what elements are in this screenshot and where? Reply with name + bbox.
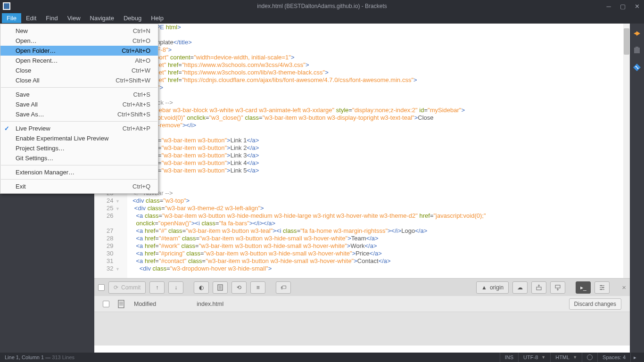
git-terminal-button[interactable]: ▸_ [576, 281, 591, 294]
close-button[interactable]: ✕ [630, 0, 644, 12]
menu-item-save-as[interactable]: Save As…Ctrl+Shift+S [0, 109, 158, 119]
menu-item-open-recent[interactable]: Open Recent…Alt+O [0, 56, 158, 66]
menu-bar: FileEditFindViewNavigateDebugHelp [0, 12, 644, 24]
menu-navigate[interactable]: Navigate [85, 13, 119, 23]
menu-item-save-all[interactable]: Save AllCtrl+Alt+S [0, 99, 158, 109]
menu-item-project-settings[interactable]: Project Settings… [0, 143, 158, 153]
menu-item-exit[interactable]: ExitCtrl+Q [0, 181, 158, 191]
menu-item-enable-experimental-live-preview[interactable]: Enable Experimental Live Preview [0, 133, 158, 143]
git-refresh-button[interactable]: ⟲ [231, 281, 247, 294]
git-push-up-button[interactable]: ↑ [149, 281, 165, 294]
git-lower-panel [94, 312, 630, 346]
svg-rect-12 [118, 300, 124, 308]
svg-point-9 [601, 285, 602, 286]
encoding-select[interactable]: UTF-8▼ [518, 353, 550, 362]
git-file-history-button[interactable] [213, 281, 228, 294]
git-branch-button[interactable]: ▲ origin [476, 281, 509, 294]
extension-manager-icon[interactable] [633, 46, 641, 55]
svg-rect-16 [634, 48, 640, 53]
menu-item-open-folder[interactable]: Open Folder…Ctrl+Alt+O [0, 46, 158, 56]
title-bar: index.html (BESTDaltonAdams.github.io) -… [0, 0, 644, 12]
indent-setting[interactable]: Spaces: 4 [597, 353, 630, 362]
git-stage-all-checkbox[interactable] [98, 284, 105, 291]
maximize-button[interactable]: ▢ [616, 0, 630, 12]
svg-rect-17 [636, 47, 638, 48]
file-menu-dropdown: NewCtrl+NOpen…Ctrl+OOpen Folder…Ctrl+Alt… [0, 24, 158, 194]
menu-item-close[interactable]: CloseCtrl+W [0, 66, 158, 75]
app-logo-icon [3, 2, 10, 10]
commit-button[interactable]: ⟳ Commit [108, 281, 146, 294]
menu-item-new[interactable]: NewCtrl+N [0, 26, 158, 36]
menu-item-close-all[interactable]: Close AllCtrl+Shift+W [0, 75, 158, 85]
menu-edit[interactable]: Edit [21, 13, 41, 23]
menu-debug[interactable]: Debug [119, 13, 146, 23]
file-icon [118, 300, 125, 308]
discard-changes-button[interactable]: Discard changes [569, 298, 621, 310]
git-remote-pull-button[interactable] [550, 281, 565, 294]
menu-separator [1, 179, 157, 180]
git-file-checkbox[interactable] [103, 301, 109, 307]
git-icon[interactable] [633, 63, 641, 72]
minimize-button[interactable]: ─ [602, 0, 616, 12]
menu-separator [1, 87, 157, 88]
cursor-position[interactable]: Line 1, Column 1 — 313 Lines [5, 354, 74, 360]
git-history-button[interactable]: ◐ [194, 281, 209, 294]
git-file-name: index.html [197, 301, 223, 307]
editor-column: 1 ▼2 ▼3 ▼4 5 6 7 8 9 ▼10 11 12 ▼13 14 15… [94, 24, 630, 353]
scrollbar-thumb[interactable] [624, 28, 629, 55]
status-caret-icon[interactable]: ▸ [630, 353, 639, 362]
menu-item-open[interactable]: Open…Ctrl+O [0, 36, 158, 46]
window-title: index.html (BESTDaltonAdams.github.io) -… [257, 3, 387, 9]
menu-view[interactable]: View [63, 13, 85, 23]
svg-point-11 [601, 288, 602, 290]
menu-help[interactable]: Help [146, 13, 168, 23]
menu-item-git-settings[interactable]: Git Settings… [0, 153, 158, 163]
menu-item-save[interactable]: SaveCtrl+S [0, 90, 158, 99]
linting-status-icon[interactable] [582, 353, 597, 362]
status-bar: Line 1, Column 1 — 313 Lines INS UTF-8▼ … [0, 353, 644, 362]
git-fetch-button[interactable]: ☁ [512, 281, 528, 294]
git-file-row[interactable]: Modified index.html Discard changes [94, 296, 630, 312]
scrollbar-track[interactable] [623, 24, 630, 278]
git-close-icon[interactable]: × [622, 283, 626, 291]
git-file-status: Modified [134, 301, 156, 307]
language-select[interactable]: HTML▼ [550, 353, 582, 362]
git-list-button[interactable]: ≡ [250, 281, 265, 294]
menu-item-live-preview[interactable]: ✓Live PreviewCtrl+Alt+P [0, 123, 158, 133]
code-editor[interactable]: <!DOCTYPE html>3.CSS Template</title>ars… [127, 24, 630, 278]
svg-point-10 [603, 287, 604, 288]
live-preview-icon[interactable] [633, 29, 641, 38]
git-remote-push-button[interactable] [531, 281, 546, 294]
menu-file[interactable]: File [2, 13, 21, 23]
right-toolbar [630, 24, 644, 353]
menu-find[interactable]: Find [41, 13, 62, 23]
git-settings-button[interactable] [594, 281, 610, 294]
menu-item-extension-manager[interactable]: Extension Manager… [0, 167, 158, 177]
git-toolbar: ⟳ Commit ↑ ↓ ◐ ⟲ ≡ 🏷 ▲ origin ☁ ▸_ × [94, 278, 630, 296]
svg-rect-4 [537, 287, 541, 290]
git-tag-button[interactable]: 🏷 [276, 281, 291, 294]
menu-separator [1, 165, 157, 165]
menu-separator [1, 121, 157, 122]
git-pull-down-button[interactable]: ↓ [168, 281, 183, 294]
svg-rect-5 [555, 285, 560, 288]
insert-mode[interactable]: INS [500, 353, 518, 362]
